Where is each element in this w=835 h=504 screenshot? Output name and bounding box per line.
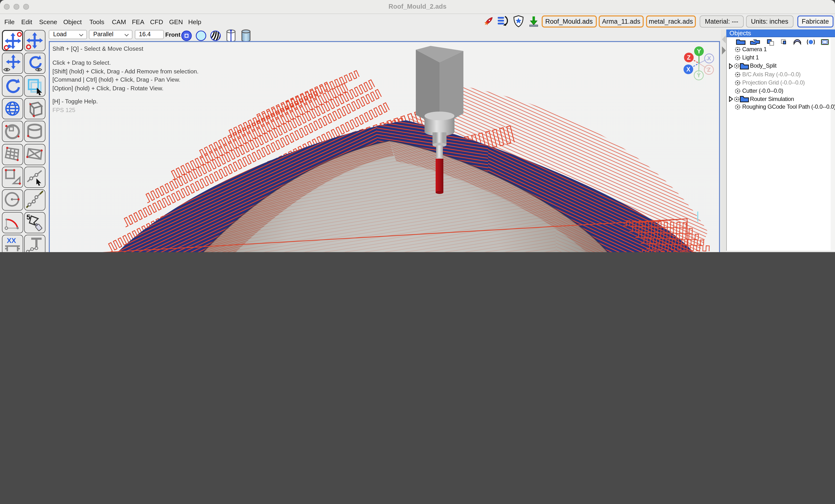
svg-text:XX: XX <box>6 237 16 245</box>
svg-text:Y: Y <box>697 72 701 79</box>
svg-text:Y: Y <box>697 48 701 55</box>
svg-text:Z: Z <box>707 66 711 73</box>
svg-text:X: X <box>707 55 711 62</box>
svg-text:Z: Z <box>687 54 691 61</box>
svg-text:5: 5 <box>26 213 30 221</box>
svg-text:X: X <box>687 66 691 73</box>
